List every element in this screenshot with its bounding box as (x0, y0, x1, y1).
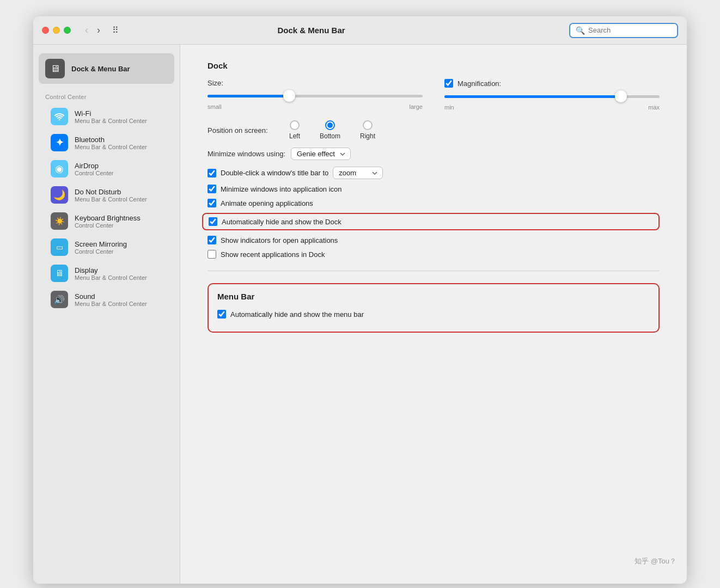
minimize-select-wrapper: Genie effect Scale effect (291, 148, 351, 160)
recent-apps-label: Show recent applications in Dock (221, 250, 325, 259)
size-slider-container[interactable] (208, 90, 423, 101)
position-right[interactable]: Right (360, 120, 375, 140)
keyboard-name: Keyboard Brightness (75, 214, 141, 222)
minimize-row: Minimize windows using: Genie effect Sca… (208, 148, 660, 160)
menu-bar-autohide-checkbox[interactable] (217, 310, 226, 318)
mag-slider-group: Magnification: min max (444, 79, 660, 111)
minimize-select[interactable]: Genie effect Scale effect (291, 148, 351, 160)
animate-label: Animate opening applications (221, 199, 313, 207)
dbl-click-select[interactable]: zoom minimize fill (333, 167, 383, 179)
mag-label-row: Magnification: (444, 79, 660, 88)
airdrop-name: AirDrop (75, 162, 114, 170)
menu-bar-autohide-label: Automatically hide and show the menu bar (230, 310, 364, 318)
sidebar-item-dnd[interactable]: 🌙 Do Not Disturb Menu Bar & Control Cent… (39, 182, 174, 208)
recent-apps-checkbox[interactable] (208, 250, 216, 259)
position-bottom-label: Bottom (320, 132, 340, 140)
position-label: Position on screen: (208, 126, 278, 134)
recent-apps-row: Show recent applications in Dock (208, 250, 660, 259)
window-title: Dock & Menu Bar (60, 26, 563, 35)
magnification-label[interactable]: Magnification: (457, 79, 501, 88)
size-range-labels: small large (208, 103, 423, 110)
bluetooth-sub: Menu Bar & Control Center (75, 144, 147, 150)
dbl-click-checkbox[interactable] (208, 169, 216, 177)
search-box: 🔍 (569, 23, 678, 38)
mag-slider-thumb[interactable] (615, 90, 627, 102)
bluetooth-text: Bluetooth Menu Bar & Control Center (75, 136, 147, 150)
sidebar-selected-label: Dock & Menu Bar (71, 65, 130, 73)
sidebar-item-keyboard[interactable]: ☀️ Keyboard Brightness Control Center (39, 208, 174, 234)
minimize-icon-label: Minimize windows into application icon (221, 185, 342, 193)
sidebar-item-sound[interactable]: 🔊 Sound Menu Bar & Control Center (39, 286, 174, 313)
menu-bar-autohide-row: Automatically hide and show the menu bar (217, 310, 650, 318)
section-divider (208, 271, 660, 271)
minimize-icon-row: Minimize windows into application icon (208, 185, 660, 193)
minimize-button[interactable] (53, 27, 60, 34)
bluetooth-name: Bluetooth (75, 136, 147, 144)
size-slider-thumb[interactable] (283, 90, 295, 102)
position-right-label: Right (360, 132, 375, 140)
control-center-section-header: Control Center (33, 86, 180, 103)
auto-hide-dock-label: Automatically hide and show the Dock (222, 218, 341, 226)
display-sub: Menu Bar & Control Center (75, 274, 147, 281)
auto-hide-dock-checkbox[interactable] (209, 217, 217, 226)
airdrop-sub: Control Center (75, 170, 114, 176)
position-right-radio[interactable] (363, 120, 373, 130)
sidebar-item-display[interactable]: 🖥 Display Menu Bar & Control Center (39, 260, 174, 286)
sidebar-item-dock-menu-bar[interactable]: 🖥 Dock & Menu Bar (39, 53, 174, 84)
dbl-click-label: Double-click a window's title bar to (221, 169, 328, 177)
position-bottom-radio[interactable] (325, 120, 335, 130)
indicators-row: Show indicators for open applications (208, 236, 660, 244)
size-slider-fill (208, 95, 289, 97)
dnd-icon: 🌙 (51, 186, 68, 204)
dnd-name: Do Not Disturb (75, 188, 147, 196)
sliders-row: Size: small large (208, 79, 660, 111)
dbl-click-select-wrapper: zoom minimize fill (333, 167, 383, 179)
sidebar-item-airdrop[interactable]: ◉ AirDrop Control Center (39, 156, 174, 182)
screenmirror-sub: Control Center (75, 248, 127, 255)
sidebar-item-screenmirror[interactable]: ▭ Screen Mirroring Control Center (39, 234, 174, 260)
mag-max-label: max (648, 104, 660, 111)
position-radio-group: Left Bottom Right (289, 120, 375, 140)
position-left[interactable]: Left (289, 120, 300, 140)
position-bottom[interactable]: Bottom (320, 120, 340, 140)
display-text: Display Menu Bar & Control Center (75, 266, 147, 281)
position-left-label: Left (289, 132, 300, 140)
sound-text: Sound Menu Bar & Control Center (75, 292, 147, 307)
wifi-name: Wi-Fi (75, 109, 147, 118)
indicators-checkbox[interactable] (208, 236, 216, 244)
mag-slider-container[interactable] (444, 91, 660, 102)
position-row: Position on screen: Left Bottom Right (208, 120, 660, 140)
screenmirror-name: Screen Mirroring (75, 240, 127, 248)
sound-sub: Menu Bar & Control Center (75, 301, 147, 307)
size-label-row: Size: (208, 79, 423, 87)
sidebar-item-wifi[interactable]: Wi-Fi Menu Bar & Control Center (39, 103, 174, 130)
bluetooth-icon: ✦ (51, 134, 68, 151)
display-name: Display (75, 266, 147, 274)
main-layout: 🖥 Dock & Menu Bar Control Center Wi-Fi M… (33, 45, 687, 584)
wifi-sub: Menu Bar & Control Center (75, 118, 147, 124)
search-input[interactable] (588, 26, 664, 34)
keyboard-sub: Control Center (75, 222, 141, 229)
close-button[interactable] (42, 27, 49, 34)
minimize-icon-checkbox[interactable] (208, 185, 216, 193)
mag-slider-track (444, 95, 660, 98)
wifi-text: Wi-Fi Menu Bar & Control Center (75, 109, 147, 124)
animate-checkbox[interactable] (208, 199, 216, 207)
auto-hide-dock-row: Automatically hide and show the Dock (202, 213, 660, 230)
size-label: Size: (208, 79, 223, 87)
dnd-text: Do Not Disturb Menu Bar & Control Center (75, 188, 147, 203)
position-left-radio[interactable] (290, 120, 300, 130)
wifi-icon (51, 108, 68, 125)
sidebar: 🖥 Dock & Menu Bar Control Center Wi-Fi M… (33, 45, 180, 584)
mag-slider-fill (444, 95, 621, 98)
sidebar-item-bluetooth[interactable]: ✦ Bluetooth Menu Bar & Control Center (39, 130, 174, 156)
mag-range-labels: min max (444, 104, 660, 111)
search-icon: 🔍 (576, 26, 585, 35)
title-bar: ‹ › ⠿ Dock & Menu Bar 🔍 (33, 16, 687, 45)
system-preferences-window: ‹ › ⠿ Dock & Menu Bar 🔍 🖥 Dock & Menu Ba… (33, 16, 687, 584)
sound-name: Sound (75, 292, 147, 301)
airdrop-icon: ◉ (51, 160, 68, 177)
dnd-sub: Menu Bar & Control Center (75, 196, 147, 203)
minimize-label: Minimize windows using: (208, 150, 285, 158)
magnification-checkbox[interactable] (444, 79, 453, 88)
